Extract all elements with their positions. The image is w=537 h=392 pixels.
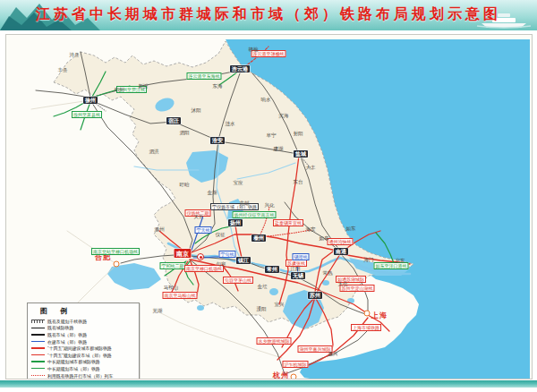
legend-item: 在建市域（郊）铁路: [31, 338, 135, 345]
legend-swatch-green: [31, 368, 45, 369]
legend-item: 利用既有铁路开行市域（郊）列车: [31, 372, 135, 379]
place-label: 太仓: [338, 282, 348, 287]
ext-city-label: 杭州: [273, 372, 289, 379]
legend-item-label: 既有市域（郊）铁路: [47, 332, 87, 337]
city-label: 泰州: [251, 234, 266, 242]
legend-item: 中长期规划市域（郊）铁路: [31, 365, 135, 372]
legend-item: 既有市域（郊）铁路: [31, 331, 135, 338]
place-label: 邳州: [115, 88, 124, 93]
legend-item: “十四五”规划建设市域（郊）铁路: [31, 352, 135, 359]
legend-item: 中长期规划城市群城际铁路: [31, 359, 135, 366]
place-label: 盱眙: [180, 183, 190, 188]
place-label: 阜宁: [267, 133, 277, 139]
rail-line-label: 扬州经仪征至南京线: [233, 211, 277, 218]
map-canvas: 徐州连云港宿迁淮安盐城扬州泰州南通镇江常州无锡苏州南京合肥上海杭州徐州至贾汪线徐…: [5, 34, 533, 379]
legend-swatch-green-thick: [31, 361, 45, 362]
ext-city-label: 上海: [371, 312, 388, 320]
city-label: 苏州: [308, 292, 322, 299]
city-label: 扬州: [228, 219, 243, 226]
place-label: 丰县: [58, 68, 68, 73]
rail-line-label: 徐州至萧县线: [72, 111, 102, 118]
place-label: 兴化: [265, 203, 275, 209]
place-label: 宝应: [234, 181, 243, 186]
capital-label: 南京: [175, 249, 192, 258]
bottom-teal-bar: [0, 380, 537, 388]
legend-swatch-red-dot: [31, 375, 45, 376]
place-label: 嘉兴: [328, 352, 338, 357]
city-label: 连云港: [230, 65, 250, 72]
rail-line-label: 南京北站至禄口机场线: [91, 248, 140, 255]
legend-swatch-blue: [31, 341, 45, 342]
legend-item: 预留利用既有铁路开行市域（郊）列车线路: [31, 379, 135, 379]
place-label: 马鞍山: [164, 285, 179, 291]
title-banner: 江苏省中长期城市群城际和市域（郊）铁路布局规划示意图: [0, 0, 537, 32]
city-label: 镇江: [236, 257, 251, 264]
place-label: 涟水: [226, 122, 235, 127]
ext-city-label: 合肥: [95, 254, 111, 261]
place-label: 宜兴: [275, 303, 285, 308]
city-label: 盐城: [294, 150, 308, 158]
rail-line-label: 南京至马鞍山线: [163, 292, 198, 299]
place-label: 海安: [306, 227, 316, 233]
legend-item-label: 既有城际铁路: [47, 325, 73, 330]
page-title: 江苏省中长期城市群城际和市域（郊）铁路布局规划示意图: [0, 5, 537, 24]
place-label: 泗洪: [149, 149, 159, 155]
place-label: 如东: [346, 226, 356, 232]
legend-item: 既有及规划干线铁路: [31, 318, 135, 325]
city-label: 淮安: [210, 137, 225, 144]
place-label: 射阳: [294, 132, 303, 137]
legend-item: 既有城际铁路: [31, 325, 135, 332]
place-label: 沭阳: [192, 108, 201, 114]
place-label: 如皋: [320, 236, 329, 242]
place-label: 海门: [364, 258, 374, 263]
place-label: 溧阳: [257, 307, 267, 312]
legend-swatch-trunk: [31, 320, 45, 323]
place-label: 新沂: [139, 84, 149, 89]
place-label: 东台: [294, 180, 303, 185]
legend-title: 图 例: [31, 306, 135, 316]
legend-items: 既有及规划干线铁路既有城际铁路既有市域（郊）铁路在建市域（郊）铁路“十四五”期间…: [31, 318, 135, 379]
place-label: 仪征: [216, 233, 226, 238]
city-marker-icon: [364, 311, 371, 317]
legend-box: 图 例 既有及规划干线铁路既有城际铁路既有市域（郊）铁路在建市域（郊）铁路“十四…: [27, 303, 140, 379]
bottom-margin: [0, 388, 537, 392]
place-label: 滁州: [155, 227, 165, 233]
place-label: 启东: [396, 259, 405, 264]
legend-item-label: 利用既有铁路开行市域（郊）列车: [47, 373, 113, 379]
place-label: 大丰: [306, 166, 316, 171]
place-label: 建湖: [274, 147, 284, 152]
city-label: 宿迁: [166, 117, 181, 124]
place-label: 芜湖: [153, 309, 163, 314]
rail-line-label: 锡澄线: [293, 253, 310, 260]
legend-item-label: 既有及规划干线铁路: [47, 319, 87, 324]
legend-swatch-black-thick: [31, 334, 45, 336]
place-label: 滨海: [279, 114, 289, 119]
rail-line-label: 连云港至东海线: [187, 72, 222, 80]
legend-swatch-red: [31, 354, 45, 355]
place-label: 江阴: [291, 267, 301, 272]
city-label: 无锡: [291, 272, 305, 279]
legend-swatch-red-thick: [31, 347, 45, 349]
rail-line-label: 沪乍杭城际: [283, 361, 309, 368]
place-label: 天长: [194, 215, 204, 220]
rail-line-label: 宁天线: [195, 226, 212, 234]
city-label: 常州: [265, 266, 279, 273]
legend-item: “十四五”期间建设城市群城际铁路: [31, 345, 135, 352]
rail-line-label: 句容至茅山线: [223, 277, 253, 284]
legend-item-label: “十四五”规划建设市域（郊）铁路: [47, 353, 112, 358]
place-label: 高邮: [240, 201, 250, 207]
rail-line-label: 通州湾快线: [328, 238, 354, 245]
rail-line-label: 宁和线二期: [160, 262, 186, 269]
place-label: 沛县: [70, 53, 80, 58]
legend-item-label: “十四五”期间建设城市群城际铁路: [47, 345, 112, 351]
city-label: 徐州: [83, 97, 98, 104]
legend-item-label: 在建市域（郊）铁路: [47, 339, 87, 345]
place-label: 金湖: [208, 191, 217, 196]
place-label: 泗阳: [180, 131, 190, 136]
city-label: 南通: [334, 248, 348, 255]
place-label: 赣榆: [249, 47, 259, 53]
rail-line-label: 盐泰锡常宜线: [273, 219, 303, 226]
banner-divider: [0, 30, 537, 34]
rail-line-label: 宁句线: [219, 251, 236, 258]
legend-swatch-black: [31, 328, 45, 328]
